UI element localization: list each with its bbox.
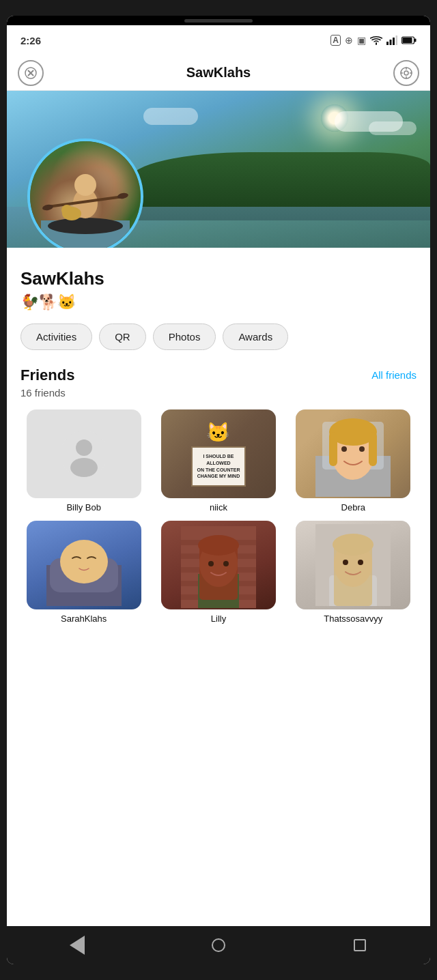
friend-avatar-lilly — [161, 521, 276, 609]
action-buttons-row: Activities QR Photos Awards — [20, 323, 417, 350]
status-icon-a: A — [330, 35, 341, 46]
svg-point-57 — [358, 560, 363, 565]
debra-face-svg — [315, 415, 391, 497]
all-friends-link[interactable]: All friends — [371, 366, 417, 381]
signal-icon — [386, 35, 397, 45]
home-icon — [212, 938, 225, 952]
back-button[interactable] — [60, 928, 94, 962]
profile-info: SawKlahs 🐓🐕🐱 Activities QR Photos Awards — [7, 261, 430, 350]
wifi-icon — [370, 35, 382, 45]
home-button[interactable] — [201, 928, 236, 962]
profile-emojis: 🐓🐕🐱 — [20, 293, 417, 311]
friend-item-savvyy[interactable]: Thatssosavvyy — [290, 521, 417, 624]
svg-point-55 — [333, 534, 373, 556]
profile-avatar-image — [30, 141, 141, 248]
notch-pill — [184, 19, 253, 23]
svg-point-34 — [341, 446, 347, 452]
profile-avatar-circle[interactable] — [27, 139, 143, 248]
friend-item-debra[interactable]: Debra — [290, 409, 417, 513]
sarahklahs-baby-svg — [46, 524, 122, 606]
friend-item-lilly[interactable]: Lilly — [155, 521, 281, 624]
avatar-savvyy-visual — [296, 521, 410, 609]
friend-avatar-savvyy — [296, 521, 410, 609]
bottom-spacer — [7, 624, 430, 644]
status-icon-o: ⊕ — [345, 35, 353, 46]
avatar-billybob-visual — [27, 409, 141, 498]
svg-rect-6 — [403, 38, 412, 43]
svg-rect-33 — [369, 432, 377, 466]
top-notch — [7, 16, 430, 25]
friend-avatar-sarahklahs — [27, 521, 141, 609]
svg-rect-32 — [329, 432, 337, 466]
cloud-3 — [143, 108, 198, 125]
avatar-sarahklahs-visual — [27, 521, 141, 609]
savvyy-svg — [315, 524, 391, 606]
status-bar: 2:26 A ⊕ ▣ — [7, 25, 430, 55]
friend-avatar-debra — [296, 409, 410, 498]
svg-point-17 — [48, 218, 123, 234]
hero-image — [7, 91, 430, 248]
avatar-debra-visual — [296, 409, 410, 498]
friends-title: Friends — [20, 366, 74, 384]
svg-rect-0 — [386, 42, 389, 45]
friend-name-debra: Debra — [341, 502, 365, 513]
recents-icon — [354, 939, 366, 951]
svg-rect-2 — [393, 38, 395, 45]
close-button[interactable] — [18, 60, 44, 86]
friend-name-sarahklahs: SarahKlahs — [61, 614, 107, 624]
svg-point-38 — [60, 540, 108, 583]
friend-name-niick: niick — [210, 502, 227, 513]
profile-content: SawKlahs 🐓🐕🐱 Activities QR Photos Awards… — [7, 248, 430, 926]
status-time: 2:26 — [20, 35, 41, 46]
awards-button[interactable]: Awards — [223, 323, 288, 350]
svg-rect-5 — [414, 39, 417, 42]
status-icons: A ⊕ ▣ — [330, 35, 417, 46]
qr-button[interactable]: QR — [99, 323, 146, 350]
lilly-svg — [181, 526, 256, 608]
top-nav: SawKlahs — [7, 55, 430, 91]
friend-item-niick[interactable]: 🐱 I SHOULD BEALLOWEDON THE COUNTERCHANGE… — [155, 409, 281, 513]
friend-name-billybob: Billy Bob — [66, 502, 101, 513]
friend-avatar-billybob — [27, 409, 141, 498]
svg-point-27 — [70, 458, 98, 477]
friend-name-lilly: Lilly — [211, 614, 226, 624]
friend-item-billybob[interactable]: Billy Bob — [20, 409, 147, 513]
nav-title: SawKlahs — [186, 65, 251, 81]
bottom-navigation — [7, 926, 430, 964]
avatar-niick-visual: 🐱 I SHOULD BEALLOWEDON THE COUNTERCHANGE… — [161, 409, 276, 498]
svg-point-50 — [223, 561, 229, 566]
svg-rect-3 — [396, 35, 398, 45]
friends-grid: Billy Bob 🐱 I SHOULD BEALLOWEDON THE COU… — [20, 409, 417, 624]
friends-header: Friends All friends — [20, 366, 417, 384]
activities-button[interactable]: Activities — [20, 323, 92, 350]
svg-point-11 — [404, 71, 408, 75]
phone-outer: 2:26 A ⊕ ▣ — [0, 0, 437, 980]
phone-screen: 2:26 A ⊕ ▣ — [7, 16, 430, 964]
status-icon-sd: ▣ — [357, 35, 366, 46]
avatar-lilly-visual — [161, 521, 276, 609]
svg-point-35 — [359, 446, 365, 452]
photos-button[interactable]: Photos — [153, 323, 216, 350]
friend-name-savvyy: Thatssosavvyy — [324, 614, 382, 624]
battery-icon — [401, 36, 417, 44]
friends-count: 16 friends — [20, 387, 417, 399]
back-icon — [70, 936, 85, 955]
profile-avatar-svg — [41, 145, 130, 248]
profile-name: SawKlahs — [20, 268, 417, 289]
svg-point-49 — [208, 561, 214, 566]
svg-point-26 — [76, 439, 92, 456]
svg-point-19 — [74, 174, 96, 196]
recents-button[interactable] — [343, 928, 377, 962]
settings-button[interactable] — [393, 60, 419, 86]
svg-point-56 — [343, 560, 348, 565]
svg-point-24 — [61, 205, 72, 216]
niick-sign: I SHOULD BEALLOWEDON THE COUNTERCHANGE M… — [191, 446, 246, 487]
friends-section: Friends All friends 16 friends — [7, 366, 430, 624]
person-placeholder-icon — [60, 430, 108, 478]
svg-point-48 — [198, 535, 239, 556]
friend-avatar-niick: 🐱 I SHOULD BEALLOWEDON THE COUNTERCHANGE… — [161, 409, 276, 498]
friend-item-sarahklahs[interactable]: SarahKlahs — [20, 521, 147, 624]
cloud-2 — [369, 121, 417, 135]
svg-rect-1 — [390, 40, 392, 45]
